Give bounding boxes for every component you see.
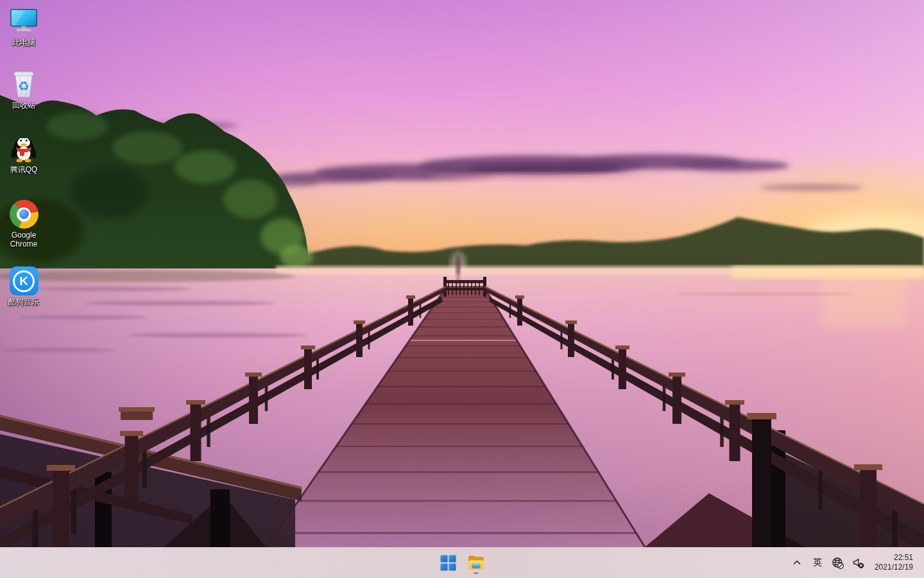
this-pc-icon <box>9 5 38 36</box>
desktop: 此电脑 ♻ 回收站 <box>0 0 924 578</box>
svg-text:♻: ♻ <box>18 78 30 94</box>
wallpaper-sunset-pier <box>0 0 924 547</box>
running-indicator <box>474 572 479 574</box>
desktop-icon-recycle-bin[interactable]: ♻ 回收站 <box>0 68 47 110</box>
volume-button[interactable] <box>848 552 869 574</box>
taskbar: 英 <box>0 547 924 578</box>
desktop-icon-kugou-music[interactable]: K 酷狗音乐 <box>0 265 47 306</box>
kugou-k-glyph: K <box>13 270 35 292</box>
chevron-up-icon <box>792 558 801 567</box>
desktop-icon-google-chrome[interactable]: Google Chrome <box>0 198 47 249</box>
clock-time: 22:51 <box>894 553 913 563</box>
ime-indicator[interactable]: 英 <box>807 552 828 574</box>
system-tray: 英 <box>787 547 924 578</box>
desktop-icon-tencent-qq[interactable]: 腾讯QQ <box>0 132 47 174</box>
recycle-bin-icon: ♻ <box>11 68 37 99</box>
chrome-icon <box>10 198 38 229</box>
network-button[interactable] <box>828 552 848 574</box>
taskbar-center-buttons <box>435 547 489 578</box>
kugou-icon: K <box>10 265 38 295</box>
desktop-icon-this-pc[interactable]: 此电脑 <box>0 5 47 47</box>
desktop-icon-label: 此电脑 <box>12 38 35 47</box>
desktop-icon-label: Google Chrome <box>0 231 47 249</box>
clock-date: 2021/12/19 <box>875 563 913 572</box>
windows-logo-icon <box>440 555 456 571</box>
file-explorer-button[interactable] <box>463 550 489 575</box>
ime-language-label: 英 <box>813 557 822 568</box>
qq-penguin-icon <box>9 132 38 163</box>
start-button[interactable] <box>435 550 461 575</box>
speaker-muted-icon <box>852 557 864 569</box>
globe-no-internet-icon <box>832 557 844 569</box>
hidden-icons-button[interactable] <box>787 552 807 574</box>
desktop-icon-label: 回收站 <box>12 101 35 110</box>
folder-icon <box>467 554 485 572</box>
taskbar-clock[interactable]: 22:51 2021/12/19 <box>872 552 916 574</box>
desktop-icon-label: 酷狗音乐 <box>8 297 39 306</box>
desktop-icon-label: 腾讯QQ <box>10 165 38 174</box>
